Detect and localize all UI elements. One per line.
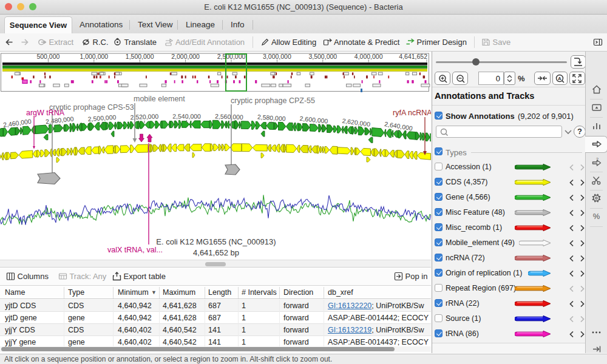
svg-text:4,641,652: 4,641,652: [399, 53, 427, 60]
svg-text:?: ?: [596, 157, 599, 161]
svg-text:2,540,000: 2,540,000: [172, 112, 201, 120]
svg-text:2,000,000: 2,000,000: [171, 53, 200, 60]
svg-text:4,641,652 bp: 4,641,652 bp: [193, 248, 239, 257]
svg-text:500,000: 500,000: [36, 53, 59, 60]
svg-text:1,000,000: 1,000,000: [80, 53, 108, 60]
svg-text:ryfA ncRNA: ryfA ncRNA: [393, 109, 431, 117]
svg-text:2,560,000: 2,560,000: [215, 112, 243, 120]
svg-text:1,500,000: 1,500,000: [126, 53, 154, 60]
svg-text:mobile element: mobile element: [134, 95, 185, 103]
svg-text:argW tRNA: argW tRNA: [26, 109, 65, 117]
svg-text:3,500,000: 3,500,000: [308, 53, 337, 60]
svg-text:E. coli K12 MG1655 (NC_000913): E. coli K12 MG1655 (NC_000913): [156, 237, 276, 246]
svg-text:4,000,000: 4,000,000: [354, 53, 383, 60]
svg-text:3,000,000: 3,000,000: [263, 53, 291, 60]
svg-text:%: %: [593, 212, 600, 221]
svg-text:cryptic prophage CPZ-55: cryptic prophage CPZ-55: [231, 96, 315, 105]
svg-text:A: A: [558, 76, 561, 81]
svg-text:valX tRNA, val...: valX tRNA, val...: [107, 246, 163, 254]
